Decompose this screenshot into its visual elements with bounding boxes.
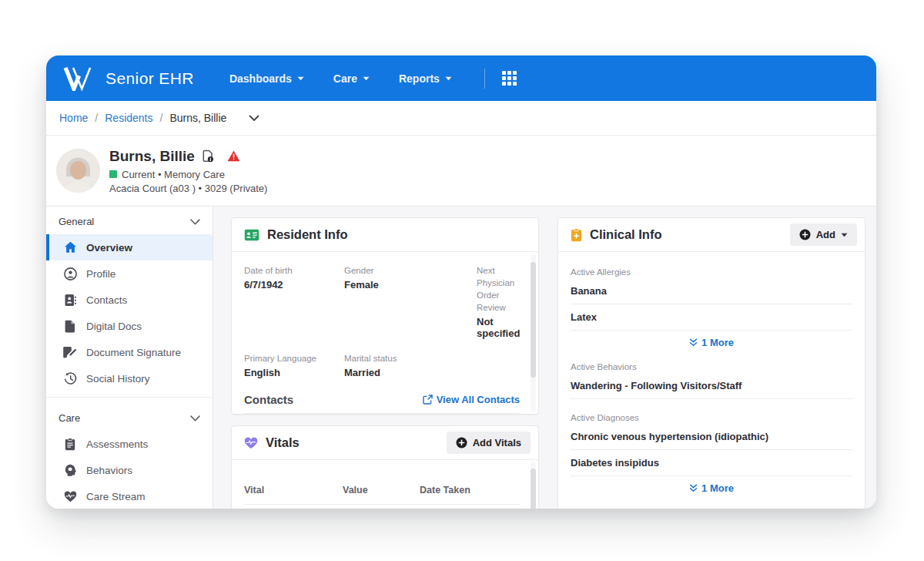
home-icon [63,240,77,254]
nav-reports[interactable]: Reports [399,72,452,85]
clinical-info-title: Clinical Info [590,227,662,242]
vitals-scrollbar[interactable] [531,462,536,509]
patient-meta: Burns, Billie Curr [109,148,267,194]
sidebar-section-general[interactable]: General [46,207,213,234]
add-vitals-button[interactable]: Add Vitals [447,432,531,454]
view-all-contacts-link[interactable]: View All Contacts [423,394,520,405]
field-gender: Gender Female [344,264,477,339]
diagnoses-more-link[interactable]: 1 More [689,482,734,494]
sidebar-item-overview[interactable]: Overview [46,234,213,260]
top-navbar: Senior EHR Dashboards Care Reports [46,55,876,101]
vitals-header: Vitals Add Vitals [232,426,538,460]
caret-down-icon [445,76,452,81]
group-active-healthcare-directives: Active Healthcare Directives Advance Dir… [571,508,852,509]
history-clock-icon [63,371,77,385]
vitals-heart-icon [244,437,258,449]
add-clinical-button[interactable]: Add [790,223,857,246]
vitals-body: Vital Value Date Taken [232,460,538,509]
person-circle-icon [63,267,77,280]
breadcrumb: Home / Residents / Burns, Billie [46,101,876,136]
navbar-divider [484,69,485,89]
double-chevron-down-icon [689,484,698,492]
diagnosis-item: Chronic venous hypertension (idiopathic) [571,424,852,450]
allergies-more-link[interactable]: 1 More [689,337,734,348]
scrollbar-thumb[interactable] [531,262,536,378]
brand-logo-icon [63,66,95,91]
status-indicator [109,170,117,178]
patient-avatar [56,149,100,193]
resident-info-scrollbar[interactable] [531,254,536,412]
breadcrumb-residents[interactable]: Residents [105,112,152,124]
chevron-down-icon [190,415,200,422]
caret-down-icon [297,76,304,81]
sidebar-item-behaviors[interactable]: Behaviors [46,457,213,483]
caret-down-icon [363,76,370,81]
sidebar-item-assessments[interactable]: Assessments [46,431,213,457]
clipboard-icon [63,437,77,451]
field-date-of-birth: Date of birth 6/7/1942 [244,264,344,339]
sidebar-section-care[interactable]: Care [46,403,213,431]
content-area: General Overview Profile [46,207,876,509]
group-active-diagnoses: Active Diagnoses Chronic venous hyperten… [571,413,852,494]
chevron-down-icon [190,219,200,225]
diagnosis-item: Diabetes insipidus [571,450,852,476]
app-window: Senior EHR Dashboards Care Reports [46,55,876,509]
breadcrumb-home[interactable]: Home [59,112,88,124]
sidebar-item-care-stream[interactable]: Care Stream [46,483,213,509]
document-icon [63,319,77,333]
double-chevron-down-icon [689,338,698,347]
allergy-item: Latex [571,304,852,331]
id-card-icon [244,229,259,241]
brand[interactable]: Senior EHR [63,66,194,91]
head-behavior-icon [63,463,77,477]
breadcrumb-current: Burns, Billie [169,112,226,124]
sidebar-item-contacts[interactable]: Contacts [46,287,213,313]
main-panel: Resident Info Date of birth 6/7/1942 Gen… [213,207,876,509]
resident-switcher-chevron-icon[interactable] [249,115,259,122]
sidebar-item-profile[interactable]: Profile [46,260,213,287]
external-link-icon [423,395,433,405]
sidebar-item-digital-docs[interactable]: Digital Docs [46,313,213,339]
nav-dashboards[interactable]: Dashboards [229,72,304,85]
clinical-info-card: Clinical Info Add [557,217,865,509]
patient-header: Burns, Billie Curr [46,136,876,207]
caret-down-icon [841,233,848,237]
allergy-item: Banana [571,278,852,304]
patient-status-row: Current • Memory Care [109,169,267,180]
field-marital-status: Marital status Married [344,352,477,378]
behavior-item: Wandering - Following Visitors/Staff [571,373,852,399]
vitals-card: Vitals Add Vitals Vital [231,425,539,509]
field-primary-language: Primary Language English [244,352,344,378]
resident-info-title: Resident Info [267,227,348,242]
resident-info-body: Date of birth 6/7/1942 Gender Female Nex… [232,252,538,414]
patient-status-text: Current • Memory Care [122,169,225,180]
column-vital: Vital [244,485,343,495]
patient-location: Acacia Court (a03 ) • 3029 (Private) [109,183,267,194]
resident-info-header: Resident Info [232,218,538,252]
contacts-heading: Contacts [244,393,293,406]
left-column: Resident Info Date of birth 6/7/1942 Gen… [231,217,539,509]
vitals-title: Vitals [266,435,300,450]
face-sheet-icon[interactable] [202,149,214,163]
page-canvas: Senior EHR Dashboards Care Reports [0,0,924,561]
plus-circle-icon [799,229,811,240]
scrollbar-thumb[interactable] [531,469,536,509]
clinical-info-body: Active Allergies Banana Latex 1 More [558,252,865,509]
vitals-table-header: Vital Value Date Taken [244,485,520,504]
table-divider [244,504,520,505]
contacts-subsection-header: Contacts View All Contacts [244,393,520,414]
sidebar-item-social-history[interactable]: Social History [46,365,213,391]
field-next-physician-order-review: Next Physician Order Review Not specifie… [477,264,520,339]
plus-circle-icon [456,437,467,448]
heart-pulse-icon [63,489,77,503]
resident-info-card: Resident Info Date of birth 6/7/1942 Gen… [231,217,539,415]
group-active-behaviors: Active Behaviors Wandering - Following V… [571,362,852,399]
apps-grid-icon[interactable] [502,71,517,86]
warning-alert-icon[interactable] [227,150,240,162]
contacts-book-icon [63,293,77,307]
brand-name: Senior EHR [105,69,194,88]
sidebar: General Overview Profile [46,207,213,509]
column-value: Value [343,485,420,495]
nav-care[interactable]: Care [333,72,370,85]
sidebar-item-document-signature[interactable]: Document Signature [46,339,213,365]
